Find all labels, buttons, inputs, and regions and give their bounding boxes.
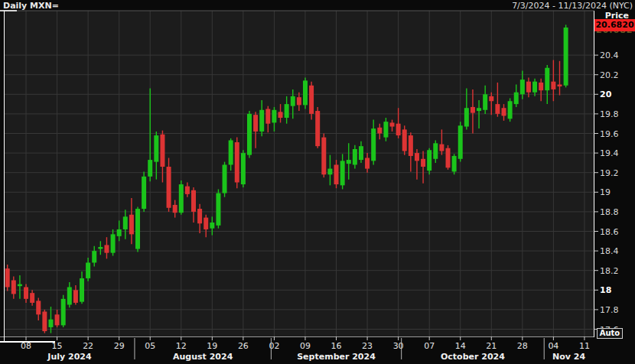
- candle-body: [185, 187, 190, 194]
- candle-body: [508, 101, 513, 119]
- x-axis-day-label: 19: [207, 341, 217, 351]
- candle-body: [259, 110, 264, 132]
- candle-body: [340, 161, 345, 185]
- candle-body: [253, 115, 258, 132]
- candle-body: [285, 104, 289, 118]
- candle-body: [142, 177, 146, 209]
- y-axis-tick-label: 19.6: [600, 129, 619, 139]
- candle-body: [241, 153, 246, 184]
- candle-body: [160, 135, 164, 167]
- candle-body: [471, 107, 475, 113]
- candle-body: [210, 223, 214, 229]
- candle-body: [477, 108, 481, 111]
- y-axis-tick-label: 20.4: [600, 50, 619, 60]
- clipped-axis-label-fragment: 20.6820: [596, 31, 634, 36]
- candle-body: [18, 284, 22, 287]
- candle-body: [67, 287, 72, 304]
- y-axis-tick-label: 19.8: [600, 109, 619, 119]
- y-axis-tick-label: 18: [600, 285, 611, 295]
- candle-body: [502, 108, 506, 115]
- x-axis-day-label: 29: [114, 341, 125, 351]
- candle-body: [173, 205, 177, 213]
- candle-body: [415, 153, 419, 161]
- candle-body: [532, 82, 537, 93]
- chart-window: 20.420.22019.819.619.419.21918.818.618.4…: [0, 0, 635, 364]
- candle-body: [191, 190, 196, 212]
- candle-body: [278, 112, 283, 118]
- candle-body: [216, 193, 220, 226]
- candle-body: [489, 96, 493, 101]
- x-axis-day-label: 12: [176, 341, 187, 351]
- candle-body: [11, 281, 16, 294]
- candle-body: [30, 293, 34, 303]
- month-label: Nov 24: [552, 352, 585, 362]
- candle-body: [5, 268, 10, 287]
- x-axis-day-label: 14: [455, 341, 466, 351]
- candle-body: [117, 229, 122, 236]
- candle-body: [334, 164, 339, 184]
- candle-body: [564, 28, 568, 86]
- candle-body: [520, 80, 525, 94]
- candle-body: [129, 215, 134, 235]
- x-axis-day-label: 23: [362, 341, 373, 351]
- x-axis-day-label: 11: [579, 341, 590, 351]
- candle-body: [80, 278, 84, 302]
- candle-body: [24, 287, 28, 298]
- candle-body: [291, 96, 295, 106]
- x-axis-day-label: 08: [21, 341, 31, 351]
- candle-body: [154, 135, 158, 162]
- x-axis-day-label: 07: [424, 341, 435, 351]
- candle-body: [73, 290, 78, 303]
- candle-body: [327, 169, 332, 175]
- candle-body: [297, 97, 301, 105]
- y-axis-tick-label: 19.4: [600, 148, 619, 158]
- auto-scale-button[interactable]: Auto: [597, 328, 623, 339]
- plot-background: [5, 11, 594, 336]
- x-axis-day-label: 02: [269, 341, 279, 351]
- candle-body: [86, 262, 90, 278]
- candle-body: [371, 128, 376, 161]
- x-axis-day-label: 26: [238, 341, 249, 351]
- candle-body: [179, 184, 184, 213]
- candle-body: [92, 251, 96, 262]
- candle-body: [309, 86, 314, 114]
- month-label: July 2024: [47, 352, 92, 362]
- candle-body: [104, 245, 109, 252]
- candle-body: [446, 148, 451, 168]
- y-axis-tick-label: 18.2: [600, 266, 619, 276]
- chart-title: Daily MXN=: [3, 1, 59, 11]
- candle-body: [439, 145, 444, 151]
- candle-body: [365, 158, 370, 169]
- candle-body: [167, 167, 171, 208]
- x-axis-day-label: 09: [300, 341, 311, 351]
- candle-body: [235, 142, 239, 182]
- candle-body: [223, 164, 227, 193]
- x-axis-day-label: 22: [83, 341, 93, 351]
- candle-body: [123, 216, 128, 229]
- month-label: August 2024: [173, 352, 233, 362]
- x-axis-day-label: 05: [145, 341, 155, 351]
- candle-body: [551, 82, 555, 89]
- candle-body: [402, 129, 407, 151]
- candle-body: [229, 140, 233, 164]
- candle-body: [483, 94, 487, 109]
- x-axis-day-label: 30: [393, 341, 404, 351]
- chart-date-range: 7/3/2024 - 11/13/2024 (NYC): [512, 1, 633, 11]
- month-label: October 2024: [441, 352, 505, 362]
- candle-body: [383, 122, 388, 137]
- candle-body: [359, 146, 363, 160]
- candle-body: [135, 209, 140, 249]
- y-axis-tick-label: 19.2: [600, 168, 619, 178]
- candle-body: [396, 124, 401, 135]
- candle-body: [409, 135, 413, 156]
- candle-body: [247, 114, 252, 155]
- y-axis-tick-label: 18.4: [600, 246, 619, 256]
- candle-body: [272, 110, 276, 123]
- candlestick-chart[interactable]: 20.420.22019.819.619.419.21918.818.618.4…: [0, 0, 635, 364]
- y-axis-tick-label: 20.2: [600, 70, 619, 80]
- candle-body: [197, 209, 202, 223]
- candle-body: [321, 138, 326, 175]
- candle-body: [265, 109, 270, 124]
- candle-body: [347, 160, 351, 164]
- y-axis-tick-label: 19: [600, 187, 611, 197]
